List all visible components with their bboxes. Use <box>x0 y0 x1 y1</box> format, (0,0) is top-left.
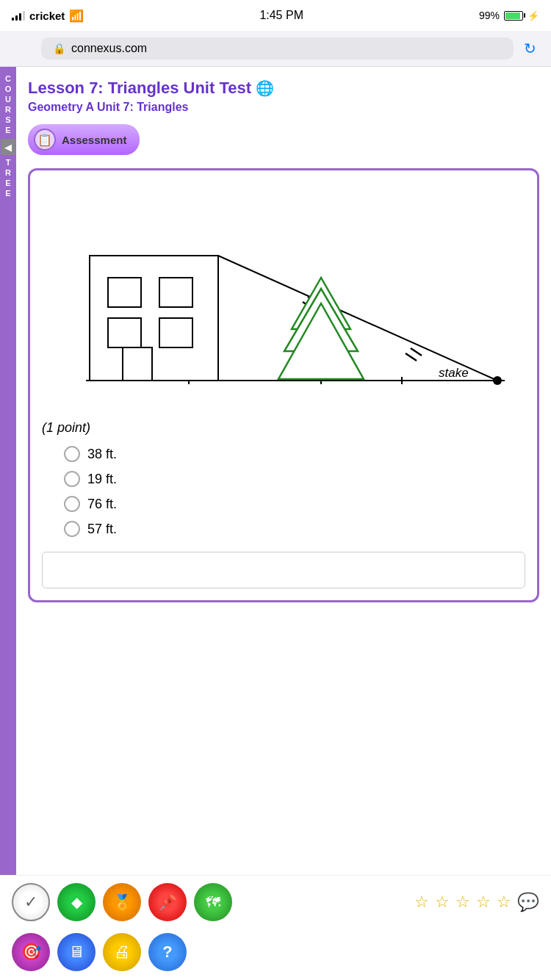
star-3[interactable]: ☆ <box>455 893 470 912</box>
toolbar-right: ☆ ☆ ☆ ☆ ☆ 💬 <box>414 892 539 912</box>
gem-icon: ◆ <box>71 893 82 911</box>
svg-line-13 <box>406 353 417 361</box>
bolt-icon: ⚡ <box>527 10 539 21</box>
gem-button[interactable]: ◆ <box>57 883 96 921</box>
star-4[interactable]: ☆ <box>476 893 491 912</box>
help-button[interactable]: ? <box>148 933 187 971</box>
lock-icon: 🔒 <box>53 43 65 54</box>
question-diagram: stake <box>42 182 527 410</box>
star-1[interactable]: ☆ <box>414 893 429 912</box>
pin-icon: 📌 <box>159 893 177 911</box>
side-label-bar: COURSE ◀ TREE <box>0 67 16 875</box>
badge-button[interactable]: 🏅 <box>103 883 141 921</box>
svg-text:stake: stake <box>439 366 469 380</box>
answer-options: 38 ft. 19 ft. 76 ft. 57 ft. <box>64 446 525 537</box>
svg-rect-7 <box>108 318 141 347</box>
svg-line-10 <box>218 256 497 381</box>
option-2[interactable]: 19 ft. <box>64 471 525 487</box>
option-4[interactable]: 57 ft. <box>64 521 525 537</box>
target-button[interactable]: 🎯 <box>12 933 50 971</box>
bottom-toolbar-row1: ✓ ◆ 🏅 📌 🗺 ☆ ☆ ☆ ☆ ☆ 💬 <box>0 875 551 929</box>
monitor-button[interactable]: 🖥 <box>57 933 96 971</box>
url-text: connexus.com <box>71 42 147 55</box>
lesson-title-text: Lesson 7: Triangles Unit Test <box>28 79 251 97</box>
main-content: COURSE ◀ TREE Lesson 7: Triangles Unit T… <box>0 67 551 875</box>
map-icon: 🗺 <box>206 894 220 911</box>
question-icon: ? <box>162 943 172 962</box>
radio-2[interactable] <box>64 471 80 487</box>
signal-bar-1 <box>12 18 14 21</box>
side-arrow[interactable]: ◀ <box>1 139 15 155</box>
address-bar: 🔒 connexus.com ↻ <box>0 31 551 67</box>
signal-bar-3 <box>19 13 21 21</box>
clipboard-icon: 📋 <box>37 133 52 147</box>
status-right: 99% ⚡ <box>479 10 539 21</box>
wifi-icon: 📶 <box>69 9 84 23</box>
lesson-title: Lesson 7: Triangles Unit Test 🌐 <box>28 79 539 98</box>
question-card: stake (1 point) 38 ft. 19 ft. 76 ft. <box>28 168 539 602</box>
monitor-icon: 🖥 <box>68 943 84 962</box>
battery-fill <box>505 12 520 19</box>
check-icon: ✓ <box>24 893 37 912</box>
star-2[interactable]: ☆ <box>435 893 450 912</box>
option-3[interactable]: 76 ft. <box>64 496 525 512</box>
svg-point-19 <box>493 376 502 385</box>
diagram-container: stake <box>42 182 525 413</box>
map-button[interactable]: 🗺 <box>194 883 232 921</box>
star-5[interactable]: ☆ <box>497 893 511 912</box>
battery-icon <box>504 11 523 21</box>
svg-line-14 <box>411 348 422 356</box>
option-4-label: 57 ft. <box>87 522 117 537</box>
printer-icon: 🖨 <box>114 943 130 962</box>
svg-rect-5 <box>108 278 141 307</box>
signal-bar-2 <box>15 15 18 21</box>
content-area: Lesson 7: Triangles Unit Test 🌐 Geometry… <box>16 67 551 629</box>
assessment-icon: 📋 <box>34 129 56 151</box>
svg-rect-6 <box>159 278 192 307</box>
carrier-label: cricket <box>29 10 65 22</box>
svg-rect-9 <box>123 347 152 381</box>
side-label-text2: TREE <box>4 158 12 199</box>
lesson-subtitle: Geometry A Unit 7: Triangles <box>28 101 539 114</box>
time-display: 1:45 PM <box>259 9 303 22</box>
option-3-label: 76 ft. <box>87 497 117 512</box>
radio-1[interactable] <box>64 446 80 462</box>
target-icon: 🎯 <box>21 943 41 962</box>
battery-percent: 99% <box>479 10 500 21</box>
status-bar: cricket 📶 1:45 PM 99% ⚡ <box>0 0 551 31</box>
radio-4[interactable] <box>64 521 80 537</box>
radio-3[interactable] <box>64 496 80 512</box>
refresh-button[interactable]: ↻ <box>521 37 539 60</box>
assessment-badge: 📋 Assessment <box>28 124 140 155</box>
answer-input-field[interactable] <box>42 552 525 588</box>
option-1-label: 38 ft. <box>87 447 117 462</box>
url-field[interactable]: 🔒 connexus.com <box>41 37 514 60</box>
option-2-label: 19 ft. <box>87 472 117 487</box>
status-left: cricket 📶 <box>12 9 84 23</box>
svg-rect-8 <box>159 318 192 347</box>
point-text: (1 point) <box>42 420 525 436</box>
globe-icon: 🌐 <box>256 80 274 96</box>
side-label-text: COURSE <box>4 74 12 136</box>
signal-bar-4 <box>23 11 25 21</box>
badge-icon: 🏅 <box>113 893 132 911</box>
bottom-toolbar-row2: 🎯 🖥 🖨 ? <box>0 929 551 980</box>
pin-button[interactable]: 📌 <box>148 883 187 921</box>
battery-container <box>504 11 523 21</box>
printer-button[interactable]: 🖨 <box>103 933 141 971</box>
signal-bars <box>12 10 25 21</box>
option-1[interactable]: 38 ft. <box>64 446 525 462</box>
chat-icon[interactable]: 💬 <box>517 892 539 912</box>
assessment-label: Assessment <box>62 134 126 146</box>
check-button[interactable]: ✓ <box>12 883 50 921</box>
